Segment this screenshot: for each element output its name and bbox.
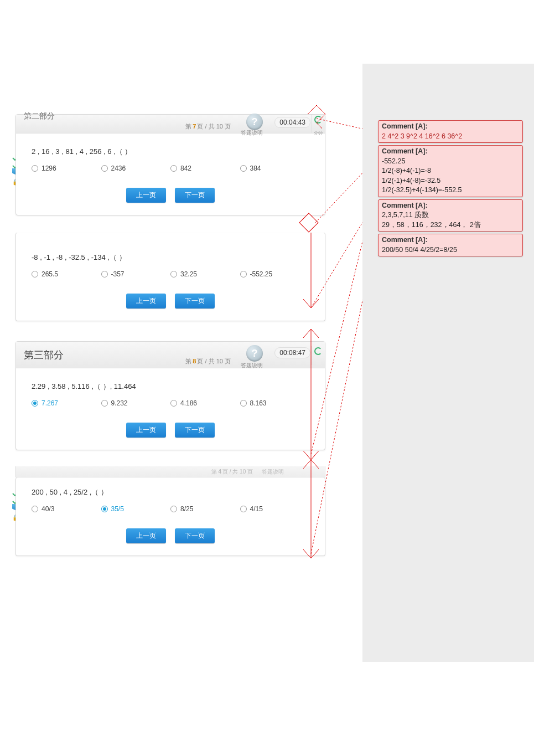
option-d[interactable]: 8.163 [240, 399, 310, 407]
option-b[interactable]: -357 [101, 270, 171, 278]
comment-header: Comment [A]: [382, 201, 519, 211]
help-icon[interactable]: ? [246, 345, 263, 362]
prev-button[interactable]: 上一页 [126, 294, 166, 308]
option-b[interactable]: 2436 [101, 164, 171, 172]
option-b[interactable]: 9.232 [101, 399, 171, 407]
question-text: 200 , 50 , 4 , 25/2 ,（ ） [32, 487, 309, 497]
help-label: 答题说明 [241, 362, 263, 369]
comment-box[interactable]: Comment [A]: 2 4^2 3 9^2 4 16^2 6 36^2 [378, 120, 523, 143]
comment-body: 2,3,5,7,11 质数 29，58，116，232，464， 2倍 [382, 210, 519, 230]
svg-rect-1 [299, 213, 318, 232]
option-c[interactable]: 842 [170, 164, 240, 172]
page-indicator: 第8页 / 共 10 页 [185, 357, 231, 366]
option-a[interactable]: 40/3 [32, 505, 101, 513]
option-d[interactable]: 4/15 [240, 505, 310, 513]
option-a[interactable]: 265.5 [32, 270, 101, 278]
next-button[interactable]: 下一页 [175, 423, 215, 438]
comment-header: Comment [A]: [382, 122, 519, 132]
help-icon[interactable]: ? [246, 114, 263, 130]
comment-box[interactable]: Comment [A]: 2,3,5,7,11 质数 29，58，116，232… [378, 199, 523, 232]
comment-body: -552.25 1/2(-8)+4(-1)=-8 1/2(-1)+4(-8)=-… [382, 157, 519, 196]
timer: 00:08:47 [274, 347, 310, 358]
comment-header: Comment [A]: [382, 235, 519, 245]
option-c[interactable]: 4.186 [170, 399, 240, 407]
info-header: 第4页 / 共 10 页 答题说明 [15, 466, 325, 477]
help-label: 答题说明 [262, 468, 284, 476]
section-title: 第三部分 [24, 348, 64, 362]
timer: 00:04:43 [274, 117, 310, 128]
option-a[interactable]: 7.267 [32, 399, 101, 407]
option-c[interactable]: 32.25 [170, 270, 240, 278]
next-button[interactable]: 下一页 [175, 528, 215, 543]
question-text: -8 , -1 , -8 , -32.5 , -134 ,（ ） [32, 253, 309, 263]
page-indicator: 第4页 / 共 10 页 [211, 468, 253, 476]
comment-body: 200/50 50/4 4/25/2=8/25 [382, 245, 519, 255]
option-d[interactable]: 384 [240, 164, 310, 172]
comment-box[interactable]: Comment [A]: -552.25 1/2(-8)+4(-1)=-8 1/… [378, 145, 523, 197]
comment-box[interactable]: Comment [A]: 200/50 50/4 4/25/2=8/25 [378, 234, 523, 256]
prev-button[interactable]: 上一页 [126, 423, 166, 438]
gauge-icon [312, 346, 322, 365]
panel-header: 第三部分 第8页 / 共 10 页 ? 答题说明 00:08:47 [16, 342, 325, 368]
panel-header: 第二部分 第7页 / 共 10 页 ? 答题说明 00:04:43 分钟 [16, 115, 325, 133]
option-a[interactable]: 1296 [32, 164, 101, 172]
section-title: 第二部分 [24, 111, 55, 121]
option-d[interactable]: -552.25 [240, 270, 310, 278]
question-text: 2.29 , 3.58 , 5.116 ,（ ）, 11.464 [32, 382, 309, 392]
comment-header: Comment [A]: [382, 147, 519, 157]
page-indicator: 第7页 / 共 10 页 [185, 122, 231, 131]
comment-body: 2 4^2 3 9^2 4 16^2 6 36^2 [382, 132, 519, 142]
next-button[interactable]: 下一页 [175, 294, 215, 308]
option-c[interactable]: 8/25 [170, 505, 240, 513]
help-label: 答题说明 [241, 129, 263, 137]
next-button[interactable]: 下一页 [175, 188, 215, 203]
option-b[interactable]: 35/5 [101, 505, 171, 513]
question-text: 2 , 16 , 3 , 81 , 4 , 256 , 6 ,（ ） [32, 147, 309, 157]
gauge-label: 分钟 [314, 130, 323, 136]
prev-button[interactable]: 上一页 [126, 528, 166, 543]
prev-button[interactable]: 上一页 [126, 188, 166, 203]
